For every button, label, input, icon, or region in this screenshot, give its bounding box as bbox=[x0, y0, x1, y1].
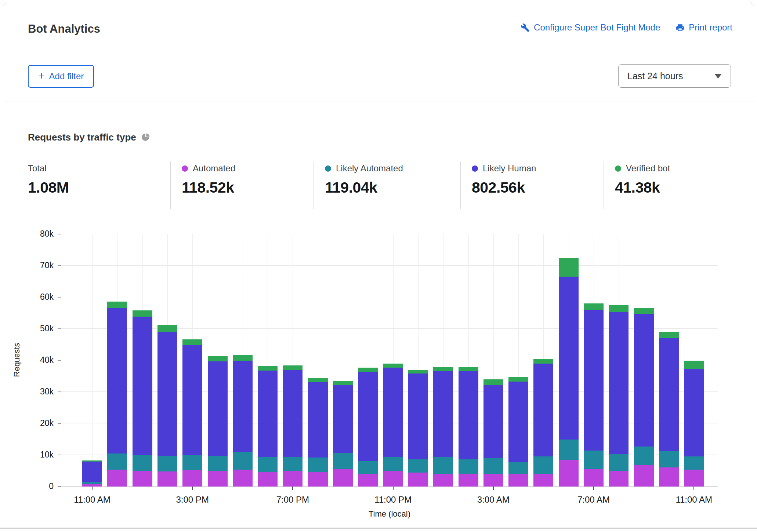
bar-segment-likely-automated bbox=[408, 459, 428, 473]
print-report-link[interactable]: Print report bbox=[675, 22, 732, 33]
bar-segment-likely-automated bbox=[233, 452, 253, 470]
bar-segment-verified-bot bbox=[508, 377, 528, 382]
stat-likely-human: Likely Human802.56k bbox=[460, 161, 604, 209]
chart-plot: 010k20k30k40k50k60k70k80k11:00 AM3:00 PM… bbox=[61, 234, 718, 487]
stat-automated: Automated118.52k bbox=[170, 161, 314, 209]
card-header: Bot Analytics Configure Super Bot Fight … bbox=[3, 3, 754, 102]
bar-segment-automated bbox=[358, 474, 378, 487]
y-tick-mark bbox=[58, 297, 61, 298]
y-tick-label: 30k bbox=[28, 387, 54, 397]
bar-segment-likely-automated bbox=[133, 455, 152, 471]
bar-3-00-am bbox=[483, 234, 503, 487]
stat-label: Total bbox=[28, 163, 47, 174]
y-tick-label: 50k bbox=[28, 324, 54, 334]
bar-segment-likely-human bbox=[82, 462, 102, 482]
x-tick-mark bbox=[493, 487, 494, 490]
bar-segment-verified-bot bbox=[233, 355, 253, 361]
plus-icon: + bbox=[38, 70, 45, 81]
x-tick-label: 11:00 AM bbox=[74, 495, 111, 505]
bar-8-00-am bbox=[609, 234, 629, 487]
bar-segment-likely-automated bbox=[283, 457, 303, 471]
bar-segment-likely-human bbox=[659, 338, 679, 451]
x-tick-mark bbox=[292, 487, 293, 490]
page-title: Bot Analytics bbox=[28, 22, 100, 36]
bar-segment-likely-human bbox=[258, 371, 278, 457]
stat-label: Likely Automated bbox=[336, 163, 403, 174]
bar-segment-automated bbox=[133, 471, 152, 487]
bar-segment-likely-human bbox=[559, 277, 579, 440]
bar-segment-verified-bot bbox=[133, 310, 152, 317]
section-title-row: Requests by traffic type bbox=[28, 131, 754, 144]
y-tick-label: 60k bbox=[28, 292, 54, 302]
bar-segment-likely-automated bbox=[609, 454, 629, 471]
bar-segment-likely-human bbox=[333, 385, 353, 453]
bar-segment-automated bbox=[459, 474, 478, 487]
bar-segment-likely-human bbox=[483, 385, 503, 458]
bar-segment-likely-automated bbox=[208, 456, 228, 471]
bar-segment-likely-human bbox=[533, 364, 553, 457]
bar-segment-likely-human bbox=[133, 317, 152, 455]
bar-segment-automated bbox=[157, 471, 177, 487]
bar-segment-verified-bot bbox=[559, 258, 579, 277]
bar-segment-likely-automated bbox=[533, 456, 553, 474]
bar-12-00-am bbox=[408, 234, 428, 487]
bar-segment-likely-automated bbox=[258, 457, 278, 472]
bar-segment-likely-automated bbox=[82, 482, 102, 484]
bar-segment-automated bbox=[182, 470, 202, 487]
bar-segment-likely-automated bbox=[459, 459, 478, 474]
bar-5-00-am bbox=[533, 234, 553, 487]
bar-segment-automated bbox=[559, 460, 579, 487]
bar-segment-verified-bot bbox=[459, 367, 478, 371]
y-tick-mark bbox=[58, 265, 61, 266]
bar-segment-likely-human bbox=[459, 371, 478, 459]
bar-segment-verified-bot bbox=[358, 368, 378, 372]
bar-segment-likely-automated bbox=[182, 455, 202, 470]
printer-icon bbox=[675, 23, 685, 32]
bar-segment-likely-human bbox=[308, 382, 328, 458]
bar-segment-automated bbox=[634, 465, 654, 487]
bar-segment-automated bbox=[684, 470, 704, 487]
bar-2-00-am bbox=[459, 234, 478, 487]
configure-super-bot-fight-mode-link[interactable]: Configure Super Bot Fight Mode bbox=[521, 22, 660, 33]
x-tick-label: 3:00 AM bbox=[477, 495, 510, 505]
stat-label: Automated bbox=[193, 163, 235, 174]
bar-segment-likely-human bbox=[283, 370, 303, 457]
bar-8-00-pm bbox=[308, 234, 328, 487]
bar-11-00-am bbox=[684, 234, 704, 487]
requests-chart: 010k20k30k40k50k60k70k80k11:00 AM3:00 PM… bbox=[28, 222, 754, 516]
card-body: Requests by traffic type Total1.08MAutom… bbox=[3, 131, 754, 516]
bar-segment-likely-automated bbox=[659, 451, 679, 467]
bar-segment-automated bbox=[107, 470, 127, 487]
bottom-divider bbox=[0, 528, 757, 529]
bar-segment-likely-automated bbox=[559, 440, 579, 460]
bar-segment-likely-automated bbox=[483, 458, 503, 474]
bar-segment-verified-bot bbox=[408, 370, 428, 374]
bar-segment-likely-automated bbox=[308, 458, 328, 472]
bar-segment-automated bbox=[584, 469, 604, 487]
bar-segment-likely-human bbox=[433, 371, 453, 457]
bot-analytics-page: Bot Analytics Configure Super Bot Fight … bbox=[0, 0, 757, 532]
pie-chart-icon bbox=[141, 133, 150, 142]
y-tick-mark bbox=[58, 234, 61, 234]
bar-segment-likely-human bbox=[157, 332, 177, 456]
bar-segment-likely-automated bbox=[383, 457, 403, 471]
time-range-select[interactable]: Last 24 hours bbox=[618, 64, 731, 88]
legend-dot bbox=[615, 165, 621, 172]
chevron-down-icon bbox=[714, 74, 722, 79]
bar-segment-likely-human bbox=[634, 314, 654, 446]
add-filter-button[interactable]: + Add filter bbox=[28, 65, 94, 88]
bar-segment-likely-human bbox=[208, 361, 228, 456]
bar-segment-likely-human bbox=[684, 369, 704, 456]
wrench-icon bbox=[521, 23, 530, 32]
bar-segment-automated bbox=[308, 472, 328, 487]
bar-segment-verified-bot bbox=[659, 332, 679, 338]
bar-11-00-am bbox=[82, 234, 102, 487]
y-tick-label: 80k bbox=[28, 229, 54, 239]
bar-segment-verified-bot bbox=[609, 305, 629, 312]
bar-9-00-am bbox=[634, 234, 654, 487]
analytics-card: Bot Analytics Configure Super Bot Fight … bbox=[3, 3, 754, 528]
bar-6-00-am bbox=[559, 234, 579, 487]
bar-10-00-pm bbox=[358, 234, 378, 487]
bar-segment-verified-bot bbox=[283, 365, 303, 370]
y-tick-label: 70k bbox=[28, 260, 54, 270]
